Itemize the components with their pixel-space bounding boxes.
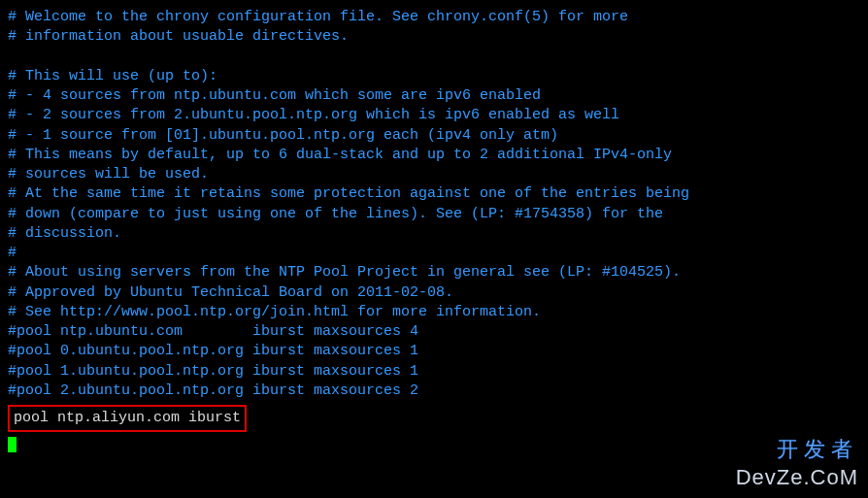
highlighted-config-line: pool ntp.aliyun.com iburst	[8, 405, 247, 432]
config-line: #pool ntp.ubuntu.com iburst maxsources 4	[8, 322, 860, 342]
config-line: # down (compare to just using one of the…	[8, 205, 860, 224]
config-line: #pool 0.ubuntu.pool.ntp.org iburst maxso…	[8, 342, 860, 361]
config-line: #	[8, 244, 860, 263]
config-file-content: # Welcome to the chrony configuration fi…	[8, 8, 860, 401]
config-line: # This will use (up to):	[8, 67, 860, 86]
config-line: # - 1 source from [01].ubuntu.pool.ntp.o…	[8, 126, 860, 146]
config-line: # information about usuable directives.	[8, 27, 860, 47]
config-line: # discussion.	[8, 224, 860, 244]
config-line: #pool 2.ubuntu.pool.ntp.org iburst maxso…	[8, 382, 860, 401]
config-line: # - 2 sources from 2.ubuntu.pool.ntp.org…	[8, 106, 860, 125]
config-line: # About using servers from the NTP Pool …	[8, 263, 860, 282]
config-line: # - 4 sources from ntp.ubuntu.com which …	[8, 86, 860, 106]
watermark-en: DevZe.CoM	[736, 463, 858, 492]
config-line: # At the same time it retains some prote…	[8, 184, 860, 204]
config-line: # sources will be used.	[8, 165, 860, 184]
config-line: #pool 1.ubuntu.pool.ntp.org iburst maxso…	[8, 362, 860, 382]
config-line: # This means by default, up to 6 dual-st…	[8, 146, 860, 165]
config-line	[8, 48, 860, 67]
terminal-editor[interactable]: # Welcome to the chrony configuration fi…	[8, 8, 860, 452]
editor-cursor	[8, 437, 17, 452]
config-line: # Approved by Ubuntu Technical Board on …	[8, 283, 860, 303]
config-line: # Welcome to the chrony configuration fi…	[8, 8, 860, 27]
pool-directive: pool ntp.aliyun.com iburst	[14, 410, 241, 426]
config-line: # See http://www.pool.ntp.org/join.html …	[8, 303, 860, 322]
